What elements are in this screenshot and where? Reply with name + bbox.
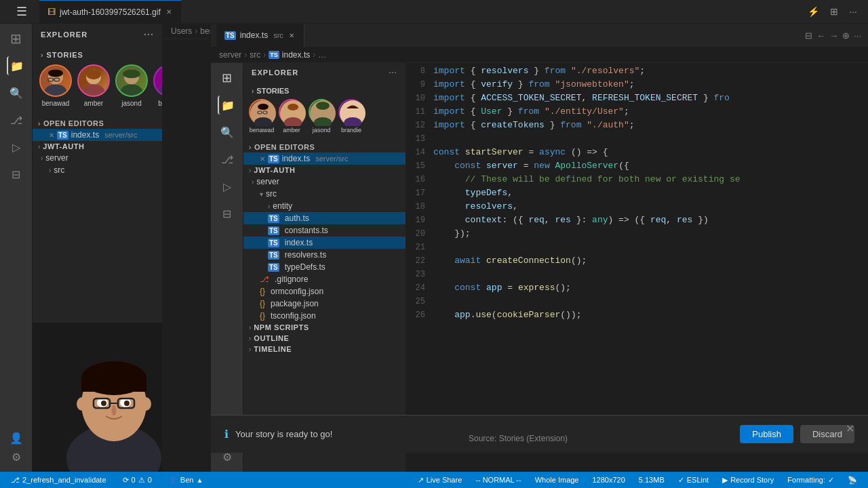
svg-point-21: [140, 397, 151, 411]
second-src-folder[interactable]: ▾ src: [243, 188, 406, 200]
status-mode[interactable]: -- NORMAL --: [473, 476, 524, 485]
activity-debug[interactable]: ▷: [7, 138, 26, 157]
whole-image-label: Whole Image: [535, 476, 579, 484]
story-avatar-benawad: [39, 64, 72, 97]
status-broadcast[interactable]: 📡: [845, 476, 860, 485]
go-right-icon[interactable]: →: [829, 30, 838, 41]
second-exp-more[interactable]: ···: [389, 68, 397, 77]
bc-server[interactable]: server: [219, 50, 241, 60]
more-second-icon[interactable]: ···: [854, 30, 861, 41]
status-eslint[interactable]: ✓ ESLint: [675, 476, 711, 485]
jwt-auth-section[interactable]: › JWT-AUTH: [33, 141, 162, 152]
second-close-icon[interactable]: ✕: [260, 155, 265, 163]
second-story-benawad[interactable]: benawad: [249, 99, 275, 134]
story-item-jasond[interactable]: jasond: [115, 64, 148, 107]
story-item-benawad[interactable]: benawad: [39, 64, 72, 107]
story-name-brandie: brandie: [158, 100, 162, 107]
code-editor[interactable]: 8 import { resolvers } from "./resolvers…: [406, 63, 868, 472]
second-avatar-4: [340, 100, 366, 126]
status-user[interactable]: 👤 Ben ▲: [165, 476, 205, 485]
second-resolvers-ts[interactable]: TS resolvers.ts: [243, 249, 406, 261]
breadcrumb-users[interactable]: Users: [171, 26, 192, 36]
second-gitignore[interactable]: ⎇ .gitignore: [243, 273, 406, 285]
activity-search[interactable]: 🔍: [7, 83, 26, 102]
svg-rect-8: [86, 70, 101, 80]
second-index-ts[interactable]: TS index.ts: [243, 237, 406, 249]
status-formatting[interactable]: Formatting: ✓: [785, 476, 837, 485]
sidebar-more-button[interactable]: ···: [144, 29, 154, 40]
second-stories-caret[interactable]: ›: [252, 87, 254, 95]
open-editors-caret[interactable]: ›: [38, 120, 41, 127]
second-story-amber[interactable]: amber: [279, 99, 304, 134]
npm-scripts-section[interactable]: › NPM SCRIPTS: [243, 322, 406, 333]
outline-section[interactable]: › OUTLINE: [243, 333, 406, 344]
open-changes-icon[interactable]: ⊕: [842, 30, 850, 41]
second-jwt-auth[interactable]: › JWT-AUTH: [243, 165, 406, 176]
server-folder[interactable]: › server: [33, 152, 162, 164]
bc-index-ts[interactable]: index.ts: [282, 50, 310, 60]
second-name-benawad: benawad: [250, 127, 275, 134]
jwt-auth-label: JWT-AUTH: [43, 142, 84, 150]
second-tsconfig[interactable]: {} tsconfig.json: [243, 310, 406, 322]
tab-gif[interactable]: 🎞 jwt-auth-1603997526261.gif ✕: [39, 0, 182, 24]
second-ormconfig[interactable]: {} ormconfig.json: [243, 285, 406, 298]
second-exp-header: EXPLORER ···: [243, 63, 406, 82]
second-typedefs-ts[interactable]: TS typeDefs.ts: [243, 261, 406, 273]
second-server-folder[interactable]: › server: [243, 176, 406, 188]
second-activity-logo[interactable]: ⊞: [218, 68, 237, 87]
story-item-amber[interactable]: amber: [77, 64, 110, 107]
person-avatar-2: [79, 66, 108, 96]
story-item-brandie[interactable]: brandie: [153, 64, 162, 107]
status-sync[interactable]: ⟳ 0 ⚠ 0: [120, 476, 155, 485]
second-story-brandie[interactable]: brandie: [338, 99, 364, 134]
second-auth-ts[interactable]: TS auth.ts: [243, 212, 406, 224]
second-tab-index-ts[interactable]: TS index.ts src ✕: [216, 24, 304, 47]
more-actions-icon[interactable]: ···: [846, 5, 860, 18]
bc-ellipsis[interactable]: …: [318, 50, 326, 60]
bc-src[interactable]: src: [250, 50, 260, 60]
notification-close-button[interactable]: ✕: [846, 422, 854, 435]
second-activity-git[interactable]: ⎇: [218, 150, 237, 169]
user-name: Ben: [180, 476, 194, 484]
second-package-json[interactable]: {} package.json: [243, 298, 406, 310]
activity-accounts[interactable]: 👤: [7, 428, 26, 447]
status-size[interactable]: 5.13MB: [636, 476, 667, 485]
layout-icon[interactable]: ⊞: [827, 5, 841, 18]
open-file-index-ts[interactable]: ✕ TS index.ts server/src: [33, 129, 162, 141]
timeline-section[interactable]: › TIMELINE: [243, 344, 406, 354]
status-live-share[interactable]: ↗ Live Share: [415, 476, 465, 485]
publish-button[interactable]: Publish: [740, 425, 793, 443]
status-branch[interactable]: ⎇ 2_refresh_and_invalidate: [8, 476, 109, 485]
split-editor-icon[interactable]: ⚡: [805, 5, 822, 18]
second-activity-run[interactable]: ▷: [218, 177, 237, 196]
go-left-icon[interactable]: ←: [816, 30, 825, 41]
second-constants-ts[interactable]: TS constants.ts: [243, 224, 406, 237]
status-whole-image[interactable]: Whole Image: [532, 476, 582, 485]
activity-git[interactable]: ⎇: [7, 110, 26, 129]
second-open-file[interactable]: ✕ TS index.ts server/src: [243, 152, 406, 165]
activity-logo[interactable]: ⊞: [7, 29, 26, 48]
second-story-jasond[interactable]: jasond: [309, 99, 334, 134]
second-typedefs-ts-icon: TS: [268, 263, 279, 272]
activity-settings[interactable]: ⚙: [7, 447, 26, 466]
svg-rect-38: [288, 104, 298, 110]
status-record-story[interactable]: ▶ Record Story: [719, 476, 776, 485]
story-name-benawad: benawad: [42, 100, 70, 107]
menu-icon[interactable]: ☰: [16, 4, 27, 19]
status-resolution[interactable]: 868x488: [589, 476, 627, 485]
activity-explorer[interactable]: 📁: [7, 56, 26, 75]
tab-close-button[interactable]: ✕: [165, 7, 173, 16]
second-tab-close[interactable]: ✕: [288, 31, 296, 40]
second-activity-explorer[interactable]: 📁: [218, 96, 237, 115]
close-file-icon[interactable]: ✕: [49, 131, 54, 139]
second-activity-search[interactable]: 🔍: [218, 123, 237, 142]
stories-caret[interactable]: ›: [41, 51, 44, 59]
split-right-icon[interactable]: ⊟: [805, 30, 812, 41]
activity-extensions[interactable]: ⊟: [7, 165, 26, 184]
second-breadcrumb: server › src › TS index.ts › …: [211, 47, 868, 63]
second-activity-ext[interactable]: ⊟: [218, 204, 237, 223]
second-entity-folder[interactable]: › entity: [243, 200, 406, 212]
src-folder[interactable]: › src: [33, 164, 162, 176]
bc-ts-icon: TS: [269, 51, 279, 59]
second-stories-grid: benawad: [249, 99, 400, 134]
